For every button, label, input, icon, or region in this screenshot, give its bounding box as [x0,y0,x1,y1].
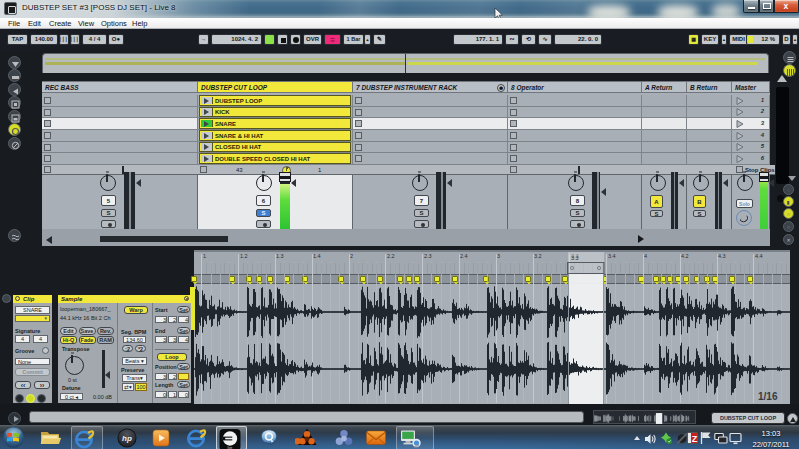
svg-text:hp: hp [122,434,132,443]
svg-text:live: live [228,446,233,449]
svg-text:3.3: 3.3 [571,255,579,261]
svg-text:1/16: 1/16 [758,391,778,402]
